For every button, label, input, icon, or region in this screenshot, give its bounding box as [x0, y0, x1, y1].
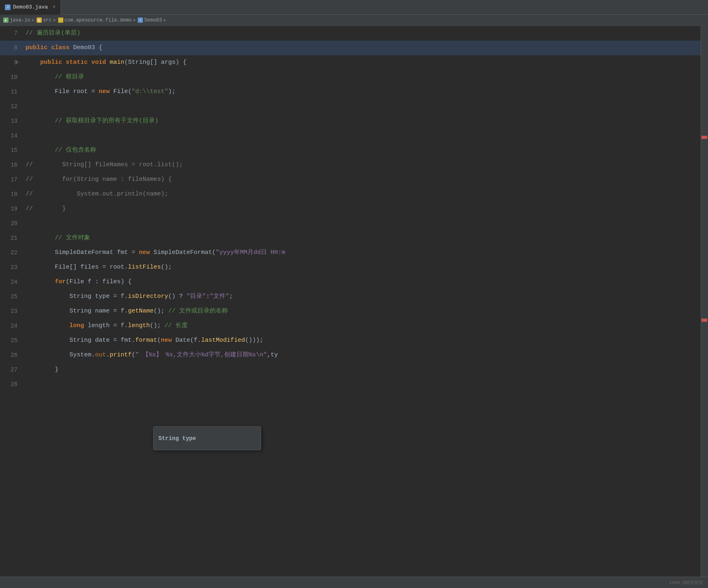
- code-area[interactable]: 7 // 遍历目录(单层) 8 public class Demo03 { 9⊖…: [0, 26, 708, 577]
- folder-icon: ▤: [37, 17, 42, 23]
- line-number: 8: [0, 41, 22, 55]
- line-number: 23: [0, 304, 22, 319]
- line-number: 24: [0, 319, 22, 333]
- line-number: 13: [0, 114, 22, 128]
- code-content: String date = fmt.format(new Date(f.last…: [22, 333, 708, 348]
- table-row: 28: [0, 377, 708, 392]
- table-row: 13 // 获取根目录下的所有子文件(目录): [0, 114, 708, 128]
- code-content: [22, 99, 708, 114]
- table-row: 15 // 仅包含名称: [0, 143, 708, 158]
- line-number: 21: [0, 231, 22, 245]
- code-content: public static void main(String[] args) {: [22, 55, 708, 70]
- project-icon: ▶: [3, 17, 9, 23]
- breadcrumb-label-1: src: [43, 17, 52, 23]
- code-content: File root = new File("d:\\test");: [22, 85, 708, 99]
- code-lines: 7 // 遍历目录(单层) 8 public class Demo03 { 9⊖…: [0, 26, 708, 577]
- active-tab[interactable]: J Demo03.java ×: [0, 0, 61, 15]
- table-row: 24 long length = f.length(); // 长度: [0, 319, 708, 333]
- table-row: 23 File[] files = root.listFiles();: [0, 260, 708, 275]
- line-number: 25: [0, 289, 22, 304]
- breadcrumb-arrow-2: ▶: [133, 17, 136, 23]
- code-content: // 根目录: [22, 70, 708, 85]
- breadcrumb-arrow-1: ▶: [53, 17, 56, 23]
- table-row: 27 }: [0, 362, 708, 377]
- breadcrumb: ▶ java-io ▶ ▤ src ▶ ⬡ com.apesource.file…: [0, 15, 708, 26]
- code-content: long length = f.length(); // 长度: [22, 319, 708, 333]
- table-row: 22 SimpleDateFormat fmt = new SimpleDate…: [0, 245, 708, 260]
- line-number: 9⊖: [0, 55, 22, 70]
- code-content: // 文件对象: [22, 231, 708, 245]
- code-content: // for(String name : fileNames) {: [22, 172, 708, 187]
- code-content: // 遍历目录(单层): [22, 26, 708, 41]
- code-content: public class Demo03 {: [22, 41, 708, 55]
- code-content: String type = f.isDirectory() ? "目录":"文件…: [22, 289, 708, 304]
- line-number: 24: [0, 275, 22, 289]
- line-number: 14: [0, 128, 22, 143]
- table-row: 9⊖ public static void main(String[] args…: [0, 55, 708, 70]
- code-content: // 仅包含名称: [22, 143, 708, 158]
- csdn-watermark: CSDN @猿究院安: [669, 579, 703, 586]
- breadcrumb-item-0[interactable]: ▶ java-io: [3, 17, 30, 23]
- code-content: [22, 377, 708, 392]
- table-row: 16 // String[] fileNames = root.list();: [0, 158, 708, 172]
- code-content: File[] files = root.listFiles();: [22, 260, 708, 275]
- line-number: 18: [0, 187, 22, 202]
- breadcrumb-arrow-3: ▶: [164, 17, 167, 23]
- line-number: 23: [0, 260, 22, 275]
- tab-bar: J Demo03.java ×: [0, 0, 708, 15]
- code-content: }: [22, 362, 708, 377]
- table-row: 21 // 文件对象: [0, 231, 708, 245]
- table-row: 14: [0, 128, 708, 143]
- code-content: [22, 216, 708, 231]
- table-row: 26 System.out.printf(" 【%s】 %s,文件大小%d字节,…: [0, 348, 708, 362]
- table-row: 25 String type = f.isDirectory() ? "目录":…: [0, 289, 708, 304]
- table-row: 11 File root = new File("d:\\test");: [0, 85, 708, 99]
- scroll-marker-1: [702, 136, 707, 139]
- code-content: String name = f.getName(); // 文件或目录的名称: [22, 304, 708, 319]
- line-number: 12: [0, 99, 22, 114]
- code-content: // 获取根目录下的所有子文件(目录): [22, 114, 708, 128]
- table-row: 18 // System.out.println(name);: [0, 187, 708, 202]
- bottom-bar: CSDN @猿究院安: [0, 577, 708, 588]
- line-number: 15: [0, 143, 22, 158]
- line-number: 26: [0, 348, 22, 362]
- line-number: 16: [0, 158, 22, 172]
- package-icon: ⬡: [58, 17, 63, 23]
- line-number: 7: [0, 26, 22, 41]
- table-row: 10 // 根目录: [0, 70, 708, 85]
- line-number: 20: [0, 216, 22, 231]
- tab-close-button[interactable]: ×: [53, 4, 56, 10]
- code-content: System.out.printf(" 【%s】 %s,文件大小%d字节,创建日…: [22, 348, 708, 362]
- class-icon: C: [138, 17, 143, 23]
- breadcrumb-item-2[interactable]: ⬡ com.apesource.file.demo: [58, 17, 132, 23]
- table-row: 19 // }: [0, 202, 708, 216]
- line-number: 19: [0, 202, 22, 216]
- table-row: 17 // for(String name : fileNames) {: [0, 172, 708, 187]
- scroll-marker-2: [702, 319, 707, 322]
- table-row: 7 // 遍历目录(单层): [0, 26, 708, 41]
- table-row: 12: [0, 99, 708, 114]
- breadcrumb-label-2: com.apesource.file.demo: [65, 17, 132, 23]
- code-content: // }: [22, 202, 708, 216]
- tab-label: Demo03.java: [13, 4, 48, 10]
- table-row: 24 for(File f : files) {: [0, 275, 708, 289]
- line-number: 22: [0, 245, 22, 260]
- ide-container: J Demo03.java × ▶ java-io ▶ ▤ src ▶ ⬡ co…: [0, 0, 708, 588]
- breadcrumb-item-1[interactable]: ▤ src: [37, 17, 52, 23]
- tab-java-icon: J: [5, 4, 11, 10]
- breadcrumb-label-0: java-io: [10, 17, 30, 23]
- line-number: 28: [0, 377, 22, 392]
- line-number: 10: [0, 70, 22, 85]
- line-number: 27: [0, 362, 22, 377]
- breadcrumb-arrow-0: ▶: [32, 17, 35, 23]
- breadcrumb-item-3[interactable]: C Demo03: [138, 17, 162, 23]
- scrollbar-right[interactable]: [701, 26, 708, 577]
- string-type-popup: String type: [153, 426, 261, 450]
- table-row: 23 String name = f.getName(); // 文件或目录的名…: [0, 304, 708, 319]
- code-content: // String[] fileNames = root.list();: [22, 158, 708, 172]
- popup-text: String type: [158, 435, 196, 442]
- table-row: 8 public class Demo03 {: [0, 41, 708, 55]
- table-row: 25 String date = fmt.format(new Date(f.l…: [0, 333, 708, 348]
- code-content: for(File f : files) {: [22, 275, 708, 289]
- code-content: [22, 128, 708, 143]
